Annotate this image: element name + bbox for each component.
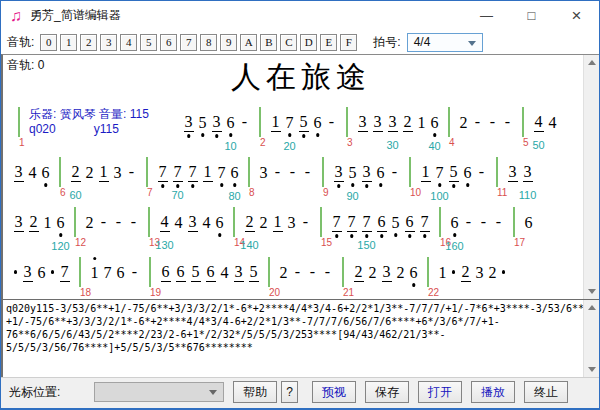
note-5[interactable]: 5 <box>249 263 259 282</box>
help-question-button[interactable]: ? <box>281 381 298 403</box>
note-5[interactable]: 5 <box>199 114 207 131</box>
note-6[interactable]: 6 <box>377 164 385 181</box>
dash-extension[interactable]: - <box>477 213 490 231</box>
note-6[interactable]: 6 <box>314 114 322 131</box>
note-2[interactable]: 2 <box>461 263 471 282</box>
track-button-4[interactable]: 4 <box>120 34 137 51</box>
save-button[interactable]: 保存 <box>365 381 409 403</box>
dash-extension[interactable]: - <box>306 263 319 281</box>
dash-extension[interactable]: - <box>291 263 304 281</box>
score-area[interactable]: 音轨: 0 人在旅途 1乐器: 簧风琴 音量: 115q020y11535361… <box>1 54 599 299</box>
note-7[interactable]: 720 <box>286 114 294 131</box>
note-7[interactable]: 7 <box>158 163 168 182</box>
note-2[interactable]: 2140 <box>245 213 255 232</box>
note-3[interactable]: 3 <box>362 163 372 182</box>
note-7[interactable]: 7 <box>420 213 430 232</box>
note-6[interactable]: 640 <box>431 114 439 131</box>
scroll-down-icon[interactable] <box>584 284 599 299</box>
note-3[interactable]: 330 <box>388 113 398 132</box>
dash-extension[interactable]: - <box>128 263 141 281</box>
code-editor[interactable]: q020y115-3/53/6**+1/-75/6**+3/3/3/2/1*-6… <box>3 300 599 354</box>
note-5[interactable]: 5 <box>191 263 201 282</box>
note-7[interactable]: 7 <box>60 263 70 282</box>
note-2[interactable]: 2 <box>354 263 364 282</box>
rhythm-dot[interactable] <box>48 270 57 274</box>
note-6[interactable]: 6120 <box>57 214 65 231</box>
note-5[interactable]: 5 <box>392 214 400 231</box>
dash-extension[interactable]: - <box>492 213 505 231</box>
note-1[interactable]: 1 <box>44 214 52 231</box>
dash-extension[interactable]: - <box>299 213 312 231</box>
dash-extension[interactable]: - <box>271 163 284 181</box>
note-7[interactable]: 7 <box>347 213 357 232</box>
cursor-position-select[interactable] <box>94 382 224 402</box>
close-button[interactable]: × <box>554 1 599 30</box>
track-button-F[interactable]: F <box>340 34 357 51</box>
note-7[interactable]: 7 <box>218 164 226 181</box>
note-7[interactable]: 7 <box>104 264 112 281</box>
note-5[interactable]: 5 <box>449 163 459 182</box>
track-button-E[interactable]: E <box>320 34 337 51</box>
track-button-9[interactable]: 9 <box>220 34 237 51</box>
note-1[interactable]: 1 <box>421 163 431 182</box>
score-scrollbar[interactable] <box>583 55 599 299</box>
track-button-B[interactable]: B <box>260 34 277 51</box>
note-6[interactable]: 6 <box>176 263 186 282</box>
dash-extension[interactable]: - <box>127 213 140 231</box>
dash-extension[interactable]: - <box>388 163 401 181</box>
open-button[interactable]: 打开 <box>418 381 462 403</box>
note-6[interactable]: 6 <box>206 263 216 282</box>
dash-extension[interactable]: - <box>321 263 334 281</box>
note-2[interactable]: 2 <box>86 164 94 181</box>
note-7[interactable]: 7 <box>332 213 342 232</box>
track-button-3[interactable]: 3 <box>100 34 117 51</box>
note-4[interactable]: 4 <box>203 214 211 231</box>
note-2[interactable]: 2 <box>86 214 94 231</box>
rhythm-dot[interactable] <box>11 270 20 274</box>
scroll-up-icon[interactable] <box>584 55 599 70</box>
play-button[interactable]: 播放 <box>471 381 515 403</box>
note-3[interactable]: 3 <box>382 263 392 282</box>
track-button-5[interactable]: 5 <box>140 34 157 51</box>
note-3[interactable]: 3 <box>358 113 368 132</box>
note-4[interactable]: 4 <box>29 164 37 181</box>
dash-extension[interactable]: - <box>112 213 125 231</box>
note-4[interactable]: 4 <box>175 214 183 231</box>
note-4[interactable]: 4 <box>549 114 557 131</box>
note-1[interactable]: 1 <box>91 264 99 281</box>
dash-extension[interactable]: - <box>97 213 110 231</box>
dash-extension[interactable]: - <box>286 163 299 181</box>
note-1[interactable]: 1 <box>418 114 426 131</box>
note-6[interactable]: 6 <box>410 264 418 281</box>
note-1[interactable]: 1 <box>273 213 283 232</box>
note-2[interactable]: 2 <box>280 264 288 281</box>
note-2[interactable]: 2 <box>29 213 39 232</box>
track-button-C[interactable]: C <box>280 34 297 51</box>
dash-extension[interactable]: - <box>486 113 499 131</box>
dash-extension[interactable]: - <box>325 113 338 131</box>
maximize-button[interactable]: □ <box>509 1 554 30</box>
note-6[interactable]: 6 <box>216 214 224 231</box>
note-6[interactable]: 6 <box>525 214 533 231</box>
time-signature-select[interactable]: 4/4 <box>407 33 483 52</box>
note-3[interactable]: 3 <box>508 163 518 182</box>
note-4[interactable]: 4 <box>221 264 229 281</box>
note-1[interactable]: 1 <box>99 163 109 182</box>
note-4[interactable]: 4130 <box>160 213 170 232</box>
dash-extension[interactable]: - <box>462 213 475 231</box>
note-3[interactable]: 3 <box>212 113 222 132</box>
note-3[interactable]: 3 <box>334 163 344 182</box>
note-2[interactable]: 2 <box>403 113 413 132</box>
track-button-0[interactable]: 0 <box>40 34 57 51</box>
note-6[interactable]: 6 <box>117 264 125 281</box>
note-2[interactable]: 2 <box>260 214 268 231</box>
stop-button[interactable]: 终止 <box>524 381 568 403</box>
note-3[interactable]: 3 <box>14 163 24 182</box>
dash-extension[interactable]: - <box>238 113 251 131</box>
preview-button[interactable]: 预视 <box>312 381 356 403</box>
note-3[interactable]: 3 <box>288 214 296 231</box>
note-4[interactable]: 450 <box>534 113 544 132</box>
dash-extension[interactable]: - <box>301 163 314 181</box>
note-7[interactable]: 7 <box>188 163 198 182</box>
track-button-D[interactable]: D <box>300 34 317 51</box>
